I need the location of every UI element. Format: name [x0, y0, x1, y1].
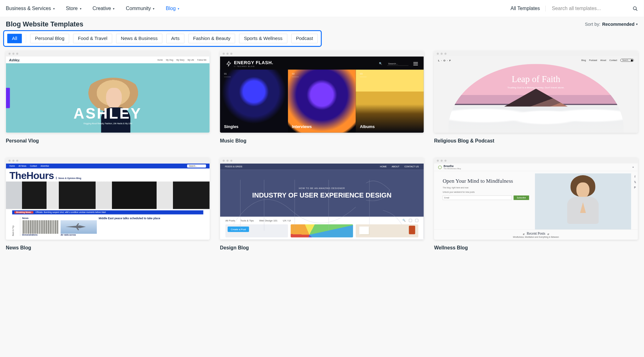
preview-nav-item: Blog [581, 59, 586, 62]
nav-label: Store [66, 6, 78, 12]
preview-logo-name: ENERGY FLASH. [234, 60, 273, 65]
twitter-icon: 𝕏 [634, 181, 636, 184]
crowd-photo [6, 181, 210, 209]
preview-nav: HOME ABOUT CONTACT US [380, 165, 419, 168]
window-dots-icon [220, 158, 424, 164]
template-card-design-blog[interactable]: FEEDS & GRIDS HOME ABOUT CONTACT US [220, 158, 424, 251]
preview-nav-item: Podcast [589, 59, 597, 62]
chevron-down-icon: ▾ [153, 7, 154, 10]
headline: Middle East peace talks scheduled to tak… [99, 217, 203, 236]
col-idx: 01 [224, 72, 227, 75]
chevron-down-icon: ▾ [80, 7, 81, 10]
preview-nav: Blog Podcast About Contact Search... [581, 59, 634, 62]
nav-label: Creative [92, 6, 111, 12]
preview-hero-sub: The blog: right here and now [443, 187, 529, 189]
recent-posts-sub: Mindfulness, Meditation and Everything i… [434, 236, 638, 238]
filter-arts[interactable]: Arts [166, 34, 184, 43]
template-title: Religious Blog & Podcast [434, 136, 638, 144]
menu-icon [414, 61, 418, 66]
preview-hero-title: ASHLEY [6, 105, 210, 122]
arch-image: Leap of Faith Trusting God is a lifelong… [448, 64, 624, 132]
chevron-down-icon: ▾ [178, 7, 179, 10]
back-to-top: Back to Top [12, 217, 20, 236]
jet-icon [64, 223, 87, 231]
template-title: Music Blog [220, 136, 424, 144]
filter-personal-blog[interactable]: Personal Blog [30, 34, 69, 43]
search-icon[interactable] [632, 6, 638, 11]
recent-posts-title: Recent Posts [527, 231, 545, 235]
meditation-image [535, 173, 631, 229]
preview-brand: L · O · F [438, 59, 451, 62]
search-input[interactable] [552, 6, 622, 12]
filter-all[interactable]: All [7, 34, 22, 43]
template-card-wellness-blog[interactable]: Breathe The Mindfulness Blog ≡ Open Your… [434, 158, 638, 251]
nav-item-community[interactable]: Community ▾ [126, 6, 154, 12]
preview: FEEDS & GRIDS HOME ABOUT CONTACT US [220, 164, 424, 240]
preview-nav: Home All News Contact Advertise [9, 165, 49, 167]
sort-control[interactable]: Sort by: Recommended ▾ [585, 21, 638, 26]
preview-masthead: TheHours [9, 170, 54, 181]
preview-hero-title: Open Your Mind to Mindfulness [443, 177, 529, 184]
nav-item-business[interactable]: Business & Services ▾ [6, 6, 55, 12]
filter-food-travel[interactable]: Food & Travel [73, 34, 112, 43]
lightning-icon [226, 61, 232, 67]
email-field [443, 195, 512, 200]
template-card-religious-blog[interactable]: L · O · F Blog Podcast About Contact Sea… [434, 51, 638, 144]
preview: Home All News Contact Advertise Search..… [6, 164, 210, 240]
template-title: Personal Vlog [6, 136, 210, 144]
svg-line-1 [636, 9, 637, 11]
desk-image [356, 224, 419, 237]
template-card-news-blog[interactable]: Home All News Contact Advertise Search..… [6, 158, 210, 251]
nav-label: Blog [166, 6, 176, 12]
filter-sports-wellness[interactable]: Sports & Wellness [239, 34, 287, 43]
col-idx: 03 [360, 72, 363, 75]
svg-marker-2 [227, 61, 230, 66]
preview-nav-item: CONTACT US [404, 165, 419, 168]
template-thumbnail: L · O · F Blog Podcast About Contact Sea… [434, 51, 638, 133]
nav-item-store[interactable]: Store ▾ [66, 6, 81, 12]
sort-label: Sort by: [585, 21, 600, 26]
preview: Breathe The Mindfulness Blog ≡ Open Your… [434, 164, 638, 240]
breaking-ticker: Breaking News: Officials: Bombing suspec… [12, 210, 203, 215]
col-label: Singles [224, 124, 238, 129]
filter-fashion-beauty[interactable]: Fashion & Beauty [188, 34, 235, 43]
preview-menu-item: My Vlog [166, 59, 173, 61]
template-title: Design Blog [220, 243, 424, 251]
template-thumbnail: FEEDS & GRIDS HOME ABOUT CONTACT US [220, 158, 424, 240]
template-card-music-blog[interactable]: ENERGY FLASH. // TECHNO BLOG 🔍 Search...… [220, 51, 424, 144]
col-label: Interviews [292, 124, 312, 129]
nav-item-blog[interactable]: Blog ▾ [166, 6, 179, 12]
page-title: Blog Website Templates [6, 20, 83, 28]
search-icon: 🔍 [379, 62, 382, 65]
template-thumbnail: Breathe The Mindfulness Blog ≡ Open Your… [434, 158, 638, 240]
leaf-circle-icon [438, 165, 441, 169]
nav-label: Community [126, 6, 151, 12]
template-thumbnail: Ashley. Home My Vlog My Story My Life Fo… [6, 51, 210, 133]
caption: Air raids across [61, 234, 97, 236]
template-card-personal-vlog[interactable]: Ashley. Home My Vlog My Story My Life Fo… [6, 51, 210, 144]
preview-hero-sub2: Unlock your weekend for new posts [443, 191, 529, 193]
sort-value: Recommended ▾ [602, 21, 638, 26]
preview-title: Leap of Faith [448, 74, 624, 84]
filter-bar: All Personal Blog Food & Travel News & B… [3, 30, 322, 47]
preview-hero-tagline: Vlogging About Beauty, Fashion, Life Hac… [6, 122, 210, 125]
all-templates-link[interactable]: All Templates [511, 6, 546, 12]
preview-nav-item: About [600, 59, 606, 62]
preview-nav-item: ABOUT [391, 165, 399, 168]
nav-right: All Templates [511, 6, 638, 12]
nav-item-creative[interactable]: Creative ▾ [92, 6, 114, 12]
clouds-illustration [448, 107, 624, 133]
preview-nav-item: HOME [380, 165, 386, 168]
filter-podcast[interactable]: Podcast [291, 34, 318, 43]
social-icons: f 𝕏 P [632, 171, 638, 229]
ticker-label: Breaking News: [14, 211, 33, 214]
preview-menu-item: Home [157, 59, 163, 61]
filter-news-business[interactable]: News & Business [116, 34, 162, 43]
template-thumbnail: Home All News Contact Advertise Search..… [6, 158, 210, 240]
ornament-icon: ⸙ [523, 232, 525, 235]
preview-menu-item: My Life [187, 59, 194, 61]
svg-point-0 [633, 7, 636, 10]
nav-left: Business & Services ▾ Store ▾ Creative ▾… [6, 6, 180, 12]
preview: ENERGY FLASH. // TECHNO BLOG 🔍 Search...… [220, 57, 424, 133]
filter-separator [26, 34, 26, 43]
